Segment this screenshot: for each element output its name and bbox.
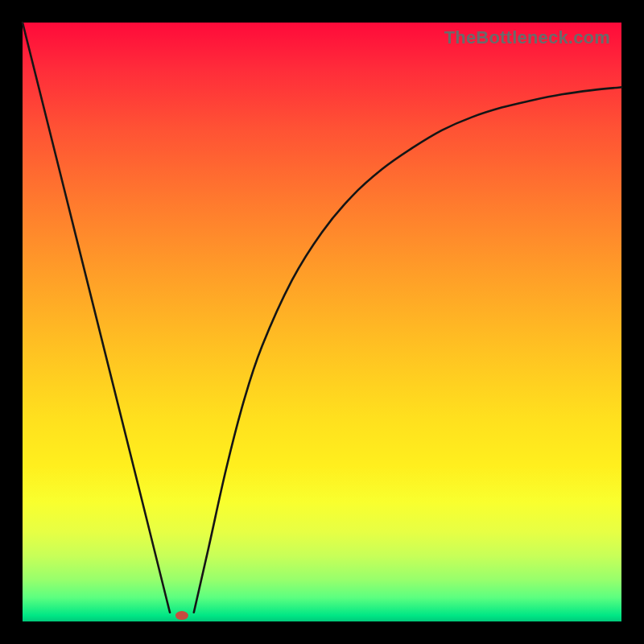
chart-svg [23, 23, 621, 621]
curve-left-branch [23, 23, 170, 613]
curve-right-branch [194, 87, 621, 612]
chart-frame: TheBottleneck.com [0, 0, 644, 644]
data-marker [175, 611, 188, 620]
chart-plot-area: TheBottleneck.com [23, 23, 621, 621]
